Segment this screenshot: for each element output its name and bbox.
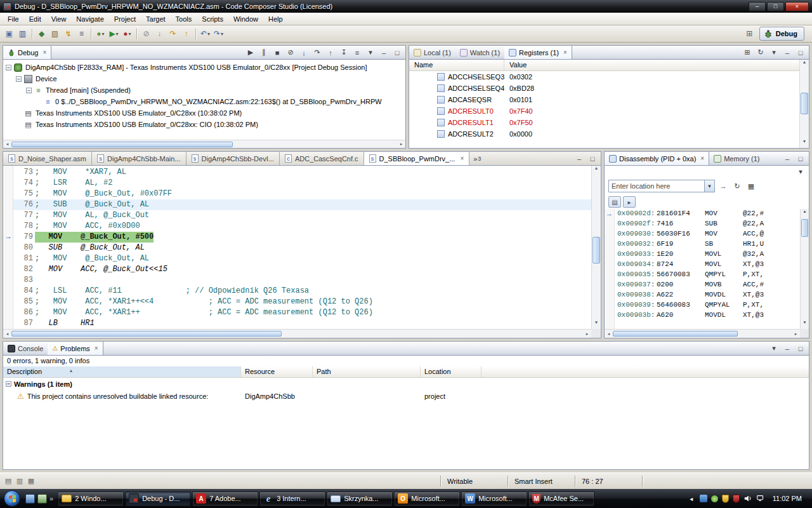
tab-problems[interactable]: ⚠ Problems × — [48, 342, 103, 355]
scripts-button[interactable]: ≡ — [75, 27, 88, 41]
taskbar-button-microsoft-1[interactable]: O Microsoft... — [394, 491, 460, 506]
maximize-view-icon[interactable]: □ — [795, 343, 806, 354]
line-number[interactable]: 85 — [13, 297, 35, 307]
debug-tree-item-thread[interactable]: − ≡ Thread [main] (Suspended) — [3, 84, 405, 96]
skip-all-breakpoints-button[interactable]: ⊘ — [140, 27, 153, 41]
register-row[interactable]: ADCRESULT1 0x7F50 — [409, 117, 799, 128]
maximize-view-icon[interactable]: □ — [795, 153, 806, 164]
editor-line[interactable]: 87 LB HR1 — [13, 318, 591, 329]
terminate-button[interactable]: ■ — [272, 47, 283, 58]
scroll-up-icon[interactable]: ▲ — [800, 60, 809, 69]
tab-watch[interactable]: Watch (1) — [455, 46, 504, 59]
collapse-icon[interactable]: − — [6, 381, 11, 387]
taskbar-button-adobe-group[interactable]: A 7 Adobe... — [192, 491, 258, 506]
target-configurations-button[interactable]: ▧ — [48, 27, 62, 41]
hidden-icons-chevron[interactable]: ◂ — [687, 494, 696, 503]
disassembly-row[interactable]: 0x009033:1E20MOVL@32,A — [615, 250, 800, 260]
menu-project[interactable]: Project — [109, 13, 141, 25]
close-button[interactable]: × — [785, 2, 809, 11]
tab-disassembly[interactable]: Disassembly (PID + 0xa) × — [605, 152, 709, 165]
mcafee-tray-icon[interactable] — [733, 495, 740, 503]
maximize-view-icon[interactable]: □ — [391, 47, 403, 58]
disassembly-vertical-scrollbar[interactable]: ▲ ▼ — [800, 209, 809, 329]
tab-memory[interactable]: Memory (1) — [709, 152, 764, 165]
run-button[interactable]: ▶▾ — [107, 27, 121, 41]
register-row[interactable]: ADCRESULT0 0x7F40 — [409, 105, 799, 117]
line-number[interactable]: 79 — [13, 232, 35, 243]
console-shortcut-icon[interactable]: ▦ — [25, 476, 37, 487]
line-number[interactable]: 86 — [13, 307, 35, 318]
scrollbar-thumb[interactable] — [801, 219, 808, 237]
scroll-down-icon[interactable]: ▼ — [592, 320, 601, 329]
scroll-down-icon[interactable]: ▼ — [800, 139, 809, 148]
warnings-group-row[interactable]: − Warnings (1 item) — [3, 378, 809, 390]
minimize-view-icon[interactable]: – — [378, 47, 390, 58]
editor-vertical-scrollbar[interactable]: ▲ ▼ — [591, 166, 601, 329]
debug-tree-item-stack-frame[interactable]: ≡ 0 $../D_SBBloop_PwmDrv_HRPWM_NO_WZMACN… — [3, 96, 405, 107]
line-number[interactable]: 82 — [13, 264, 35, 275]
editor-line[interactable]: 77; MOV AL, @_Buck_Out — [13, 210, 591, 221]
annotation-ruler[interactable]: → — [3, 166, 13, 329]
warning-row[interactable]: ⚠ This project contains unresolved build… — [3, 390, 809, 402]
menu-target[interactable]: Target — [141, 13, 171, 25]
tray-update-icon[interactable] — [711, 495, 718, 502]
column-header-path[interactable]: Path — [313, 366, 421, 377]
network-icon[interactable] — [756, 494, 765, 503]
forward-button[interactable]: ↷▾ — [212, 27, 225, 41]
view-menu-icon[interactable]: ▾ — [768, 47, 780, 58]
show-source-toggle[interactable]: ▤ — [608, 196, 621, 208]
switch-windows-icon[interactable] — [25, 494, 35, 504]
editor-line[interactable]: 84; LSL ACC, #11 ; // Odpowiednik Q26 Te… — [13, 286, 591, 297]
minimize-view-icon[interactable]: – — [782, 47, 793, 58]
disassembly-row[interactable]: 0x009035:56670083QMPYLP,XT, — [615, 271, 800, 281]
restore-button[interactable]: □ — [767, 2, 784, 11]
line-number[interactable]: 78 — [13, 221, 35, 232]
disassembly-row[interactable]: 0x00902f:7416SUB@22,A — [615, 220, 800, 230]
editor-tab-devinit[interactable]: s DigAmp4ChSbb-DevI... — [187, 152, 280, 165]
editor-line[interactable]: 80 SUB @_Buck_Out, AL — [13, 243, 591, 253]
scroll-up-icon[interactable]: ▲ — [592, 166, 601, 175]
editor-line[interactable]: 73; MOV *XAR7, AL — [13, 167, 591, 178]
line-number[interactable]: 73 — [13, 167, 35, 178]
problems-shortcut-icon[interactable]: ▥ — [14, 476, 25, 487]
debug-tree-item-session[interactable]: − DigAmp4ChSbb [F2833x_RAM] - Texas Inst… — [3, 62, 405, 73]
suspend-button[interactable]: ∥ — [258, 47, 270, 58]
volume-icon[interactable] — [743, 494, 752, 503]
editor-tab-main[interactable]: s DigAmp4ChSbb-Main... — [92, 152, 187, 165]
register-row[interactable]: ADCCHSELSEQ3 0x0302 — [409, 71, 799, 83]
scrollbar-thumb[interactable] — [11, 142, 233, 147]
view-menu-icon[interactable]: ▾ — [768, 343, 780, 354]
combo-dropdown-icon[interactable]: ▼ — [704, 180, 714, 192]
editor-line[interactable]: 81; MOV @_Buck_Out, AL — [13, 253, 591, 264]
collapse-icon[interactable]: − — [26, 88, 32, 93]
menu-help[interactable]: Help — [263, 13, 288, 25]
collapse-icon[interactable]: − — [6, 65, 11, 70]
debug-tree-item-emulator-cio[interactable]: ▤ Texas Instruments XDS100 USB Emulator_… — [3, 119, 405, 130]
editor-line[interactable]: 86; MOV ACC, *XAR1++ ; ACC = ADC measure… — [13, 307, 591, 318]
line-number[interactable]: 80 — [13, 243, 35, 253]
registers-vertical-scrollbar[interactable]: ▲ ▼ — [799, 60, 809, 148]
line-number[interactable]: 83 — [13, 275, 35, 286]
back-button[interactable]: ↶▾ — [199, 27, 212, 41]
register-row[interactable]: ADCCHSELSEQ4 0xBD28 — [409, 83, 799, 94]
tab-overflow-button[interactable]: » 3 — [469, 152, 485, 165]
taskbar-button-mailbox[interactable]: Skrzynka... — [327, 491, 393, 506]
track-pc-toggle[interactable]: ▸ — [623, 196, 636, 208]
start-button[interactable] — [4, 490, 20, 507]
disassembly-row[interactable]: 0x009039:56460083QMPYALP,XT, — [615, 301, 800, 311]
menu-view[interactable]: View — [46, 13, 72, 25]
maximize-view-icon[interactable]: □ — [587, 153, 598, 164]
disconnect-button[interactable]: ⊘ — [285, 47, 296, 58]
code-editor[interactable]: 73; MOV *XAR7, AL 74; LSR AL, #2 75; MOV… — [13, 166, 591, 329]
register-row[interactable]: ADCRESULT2 0x0000 — [409, 128, 799, 140]
close-icon[interactable]: × — [700, 155, 704, 162]
step-return-button[interactable]: ↑ — [180, 27, 193, 41]
disassembly-row[interactable]: 0x009038:A622MOVDLXT,@3 — [615, 291, 800, 301]
close-icon[interactable]: × — [43, 49, 46, 56]
step-into-button[interactable]: ↓ — [298, 47, 310, 58]
view-menu-icon[interactable]: ▾ — [365, 47, 376, 58]
menu-file[interactable]: File — [3, 13, 24, 25]
line-number[interactable]: 81 — [13, 253, 35, 264]
editor-line[interactable]: 78; MOV ACC, #0x0D00 — [13, 221, 591, 232]
show-desktop-icon[interactable] — [37, 494, 47, 504]
